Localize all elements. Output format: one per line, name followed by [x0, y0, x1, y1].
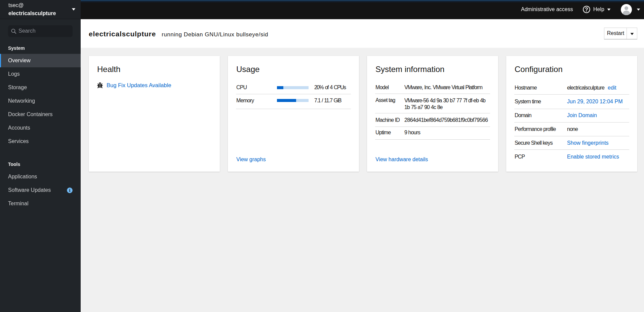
svg-text:?: ? [585, 7, 588, 12]
